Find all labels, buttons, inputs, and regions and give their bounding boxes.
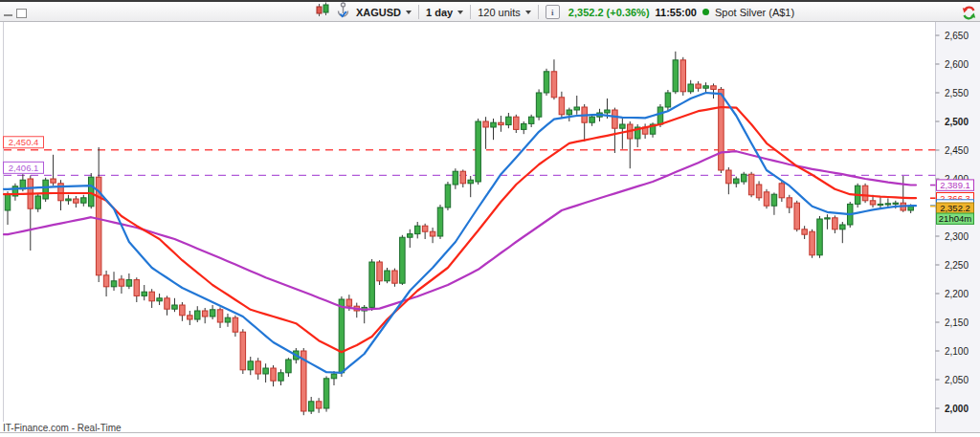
candle-up xyxy=(703,86,709,88)
candle-up xyxy=(574,107,580,110)
candle-down xyxy=(680,60,686,92)
candle-up xyxy=(445,185,451,208)
level-label: 2,406.1 xyxy=(4,162,44,173)
candle-down xyxy=(756,185,762,198)
candle-down xyxy=(514,117,520,129)
candle-down xyxy=(748,174,754,195)
instrument-dropdown[interactable]: XAGUSD xyxy=(356,7,412,18)
candle-up xyxy=(172,305,178,309)
blue_ma-line xyxy=(4,93,916,373)
candle-down xyxy=(719,89,724,170)
refresh-icon[interactable] xyxy=(961,5,977,21)
candle-up xyxy=(817,219,823,255)
candle-up xyxy=(771,194,777,206)
candle-down xyxy=(422,226,428,231)
candle-up xyxy=(673,60,679,92)
axis-tick-label: 2,150 xyxy=(945,317,969,328)
candle-up xyxy=(126,280,132,287)
candle-up xyxy=(734,179,740,184)
info-icon[interactable]: i xyxy=(546,5,560,19)
level-label-text: 2,450.4 xyxy=(9,137,39,147)
axis-tick-label: 2,050 xyxy=(945,375,969,385)
candle-up xyxy=(414,226,420,233)
candle-up xyxy=(665,93,671,107)
chart-window: XAGUSD 1 day 120 units i 2,352.2 (+0.36%… xyxy=(0,0,980,437)
axis-tick-label: 2,100 xyxy=(945,346,969,357)
candle-up xyxy=(195,311,201,319)
level-label: 2,450.4 xyxy=(4,137,44,148)
candle-up xyxy=(544,72,549,93)
restore-window-icon[interactable] xyxy=(16,9,27,18)
candlestick-style-icon[interactable] xyxy=(316,2,330,22)
axis-tick-label: 2,650 xyxy=(945,31,969,41)
candle-down xyxy=(180,305,186,316)
anchor-icon[interactable] xyxy=(337,2,349,22)
candle-down xyxy=(392,271,398,283)
chevron-down-icon xyxy=(457,11,463,14)
axis-tick-label: 2,000 xyxy=(945,404,969,414)
realtime-status-dot xyxy=(702,9,709,15)
candle-down xyxy=(51,179,56,183)
candle-down xyxy=(551,72,557,98)
candle-up xyxy=(506,117,512,124)
toolbar-separator xyxy=(418,5,419,19)
axis-tick-label: 2,600 xyxy=(945,59,969,70)
timeframe-label: 1 day xyxy=(426,7,453,18)
candle-down xyxy=(696,84,702,88)
units-label: 120 units xyxy=(478,7,521,18)
candle-down xyxy=(499,122,504,124)
timeframe-dropdown[interactable]: 1 day xyxy=(426,7,463,18)
candle-up xyxy=(308,402,314,411)
candle-down xyxy=(74,199,79,203)
units-dropdown[interactable]: 120 units xyxy=(478,7,531,18)
candle-down xyxy=(240,332,246,370)
candle-up xyxy=(278,373,284,381)
candle-down xyxy=(271,368,277,381)
axis-tick-label: 2,500 xyxy=(945,117,969,127)
candle-up xyxy=(825,218,831,219)
candle-up xyxy=(43,180,49,199)
candle-down xyxy=(134,280,140,296)
candle-up xyxy=(590,117,595,122)
candle-up xyxy=(620,124,626,128)
toolbar-separator xyxy=(538,5,539,19)
candles-layer xyxy=(5,52,913,415)
candle-up xyxy=(5,194,11,210)
price-axis-background xyxy=(936,22,980,432)
candle-down xyxy=(779,184,785,198)
candle-up xyxy=(331,374,337,379)
candle-up xyxy=(605,110,611,113)
candle-up xyxy=(210,310,215,317)
quote-price-change: 2,352.2 (+0.36%) xyxy=(568,7,650,18)
candle-up xyxy=(476,121,481,182)
candle-up xyxy=(111,281,117,287)
candle-up xyxy=(339,299,345,373)
candle-down xyxy=(233,317,238,332)
chevron-down-icon xyxy=(525,11,531,14)
candle-up xyxy=(536,93,542,117)
candle-up xyxy=(528,117,534,123)
quote-time: 11:55:00 xyxy=(656,7,697,18)
candle-down xyxy=(346,299,352,306)
candle-down xyxy=(802,229,808,234)
axis-tick-label: 2,200 xyxy=(945,289,969,299)
candle-up xyxy=(741,174,746,182)
current-value-text: 2,389.1 xyxy=(940,180,970,190)
footer-strip: IT-Finance.com - Real-Time xyxy=(0,422,980,433)
minimize-icon[interactable] xyxy=(4,9,12,16)
chevron-down-icon xyxy=(406,11,412,14)
candle-up xyxy=(157,298,163,301)
axis-tick-label: 2,250 xyxy=(945,260,969,271)
candle-down xyxy=(460,171,466,184)
candle-down xyxy=(149,292,155,301)
candle-up xyxy=(35,196,41,208)
price-chart[interactable]: 2,0002,0502,1002,1502,2002,2502,3002,350… xyxy=(0,0,980,437)
candle-up xyxy=(893,203,899,204)
current-value-text: 21h04m xyxy=(939,213,971,224)
candle-up xyxy=(688,84,694,92)
candle-down xyxy=(810,231,815,255)
candle-up xyxy=(878,204,883,205)
candle-up xyxy=(657,107,663,124)
candle-up xyxy=(468,180,474,184)
candle-up xyxy=(400,237,406,283)
